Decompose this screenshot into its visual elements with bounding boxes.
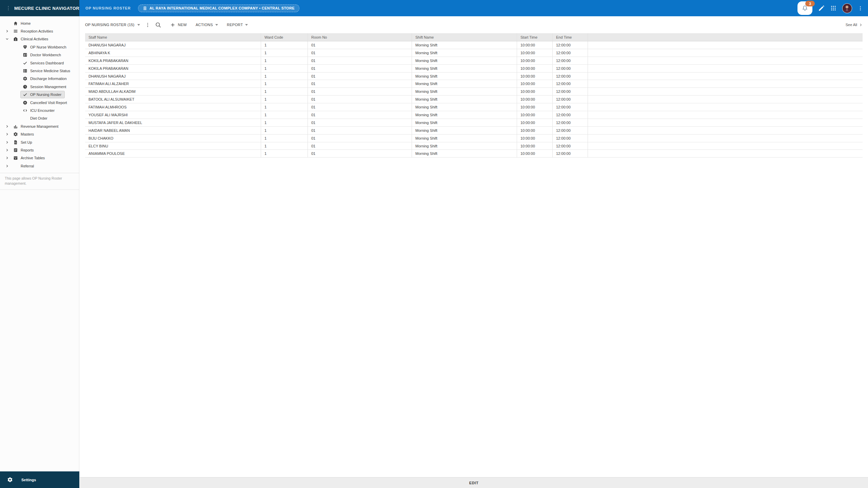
table-row[interactable]: BATOOL ALI ALSUWAIKET 1 01 Morning Shift… [85, 96, 863, 103]
cell-staff-name: MUSTAFA JAFER AL DAKHEEL [85, 119, 261, 126]
table-row[interactable]: ABHINAYA K 1 01 Morning Shift 10:00:00 1… [85, 49, 863, 57]
cell-filler [588, 41, 863, 49]
cell-room-no: 01 [308, 135, 412, 142]
cell-room-no: 01 [308, 142, 412, 150]
cell-ward-code: 1 [261, 135, 308, 142]
sidebar-item-reception-activities[interactable]: Reception Activities [0, 27, 79, 35]
column-header-room-no: Room No [308, 33, 412, 41]
hamburger-menu-icon[interactable] [8, 6, 8, 10]
cell-staff-name: ABHINAYA K [85, 49, 261, 57]
organization-selector[interactable]: AL RAYA INTERNATIONAL MEDICAL COMPLEX CO… [138, 4, 299, 12]
sidebar-item-op-nursing-roster[interactable]: OP Nursing Roster [0, 91, 79, 99]
cell-staff-name: BATOOL ALI ALSUWAIKET [85, 96, 261, 103]
table-row[interactable]: MIAD ABDULLAH ALKADIM 1 01 Morning Shift… [85, 88, 863, 96]
cell-ward-code: 1 [261, 41, 308, 49]
more-options-kebab-icon[interactable] [858, 6, 863, 11]
edit-pencil-icon[interactable] [818, 5, 825, 12]
sidebar-item-referral[interactable]: Referral [0, 162, 79, 170]
cell-ward-code: 1 [261, 119, 308, 126]
table-row[interactable]: KOKILA PRABAKARAN 1 01 Morning Shift 10:… [85, 65, 863, 73]
sidebar-item-session-management[interactable]: Session Management [0, 83, 79, 90]
cell-room-no: 01 [308, 150, 412, 157]
chevron-right-icon [5, 125, 11, 128]
cell-end-time: 12:00:00 [553, 65, 588, 72]
sidebar-item-doctor-workbench[interactable]: Doctor Workbench [0, 51, 79, 59]
table-row[interactable]: DHANUSH NAGARAJ 1 01 Morning Shift 10:00… [85, 41, 863, 49]
cell-staff-name: MIAD ABDULLAH ALKADIM [85, 88, 261, 95]
table-row[interactable]: BIJU CHAKKO 1 01 Morning Shift 10:00:00 … [85, 135, 863, 142]
cell-shift-name: Morning Shift [412, 57, 517, 64]
actions-button[interactable]: ACTIONS [196, 23, 218, 27]
sidebar-item-services-dashboard[interactable]: Services Dashboard [0, 59, 79, 67]
doctor-icon [23, 53, 27, 57]
table-row[interactable]: DHANUSH NAGARAJ 1 01 Morning Shift 10:00… [85, 73, 863, 80]
cell-start-time: 10:00:00 [517, 127, 553, 134]
report-button-label: REPORT [227, 23, 243, 27]
table-row[interactable]: MUSTAFA JAFER AL DAKHEEL 1 01 Morning Sh… [85, 119, 863, 127]
chevron-right-icon [859, 23, 863, 27]
sidebar-nav: Home Reception Activities Clinical Activ… [0, 16, 79, 170]
top-header: MECURE CLINIC NAVIGATOR OP NURSING ROSTE… [0, 0, 868, 16]
notifications-button[interactable]: 3 [797, 1, 812, 15]
cell-staff-name: ANIAMMA POULOSE [85, 150, 261, 157]
sidebar-item-home[interactable]: Home [0, 19, 79, 27]
new-button[interactable]: NEW [170, 22, 187, 27]
cell-shift-name: Morning Shift [412, 111, 517, 119]
sidebar-item-archive-tables[interactable]: Archive Tables [0, 154, 79, 162]
chevron-right-icon [5, 156, 11, 160]
view-selector-dropdown[interactable]: OP NURSING ROSTER (15) [85, 23, 140, 27]
sidebar-item-diet-order[interactable]: Diet Order [0, 115, 79, 122]
grid-table-icon [23, 68, 27, 73]
sidebar-item-revenue-management[interactable]: Revenue Management [0, 122, 79, 130]
content-footer: EDIT [80, 477, 868, 488]
cell-end-time: 12:00:00 [553, 41, 588, 49]
table-row[interactable]: FATIMAH ALMHROOS 1 01 Morning Shift 10:0… [85, 103, 863, 111]
sidebar-item-cancelled-visit-report[interactable]: Cancelled Visit Report [0, 99, 79, 106]
cell-filler [588, 96, 863, 103]
settings-button[interactable]: Settings [0, 471, 79, 488]
cell-shift-name: Morning Shift [412, 41, 517, 49]
cell-staff-name: HAIDAR NABEEL AMAN [85, 127, 261, 134]
cell-start-time: 10:00:00 [517, 88, 553, 95]
notification-badge: 3 [805, 1, 815, 6]
cell-staff-name: KOKILA PRABAKARAN [85, 65, 261, 72]
user-avatar[interactable] [842, 3, 852, 13]
plus-icon [170, 22, 175, 27]
sidebar: Home Reception Activities Clinical Activ… [0, 16, 79, 488]
report-button[interactable]: REPORT [227, 23, 248, 27]
see-all-link[interactable]: See All [846, 23, 863, 27]
toolbar: OP NURSING ROSTER (15) NEW ACTIONS REPOR… [80, 16, 868, 33]
sidebar-item-masters[interactable]: Masters [0, 130, 79, 138]
chevron-down-icon [137, 24, 140, 26]
cell-room-no: 01 [308, 88, 412, 95]
table-row[interactable]: KOKILA PRABAKARAN 1 01 Morning Shift 10:… [85, 57, 863, 65]
sidebar-item-clinical-activities[interactable]: Clinical Activities [0, 35, 79, 43]
cell-room-no: 01 [308, 127, 412, 134]
table-row[interactable]: ANIAMMA POULOSE 1 01 Morning Shift 10:00… [85, 150, 863, 158]
cell-start-time: 10:00:00 [517, 49, 553, 57]
table-body: DHANUSH NAGARAJ 1 01 Morning Shift 10:00… [85, 41, 863, 158]
column-header-ward-code: Ward Code [261, 33, 308, 41]
cell-room-no: 01 [308, 80, 412, 87]
cell-room-no: 01 [308, 96, 412, 103]
cell-start-time: 10:00:00 [517, 41, 553, 49]
table-row[interactable]: FATIMAH ALI ALZAHER 1 01 Morning Shift 1… [85, 80, 863, 88]
sidebar-item-reports[interactable]: Reports [0, 146, 79, 154]
list-options-kebab-icon[interactable] [145, 22, 150, 27]
edit-button[interactable]: EDIT [469, 481, 478, 485]
table-row[interactable]: HAIDAR NABEEL AMAN 1 01 Morning Shift 10… [85, 127, 863, 135]
chevron-right-icon [5, 164, 11, 168]
sidebar-item-icu-encounter[interactable]: ICU Encounter [0, 106, 79, 114]
table-row[interactable]: ELCY BINU 1 01 Morning Shift 10:00:00 12… [85, 142, 863, 150]
sidebar-item-discharge-information[interactable]: Discharge Information [0, 75, 79, 83]
sidebar-item-set-up[interactable]: Set Up [0, 138, 79, 146]
cell-end-time: 12:00:00 [553, 111, 588, 119]
cell-ward-code: 1 [261, 142, 308, 150]
search-icon[interactable] [155, 22, 161, 28]
sidebar-item-service-medicine-status[interactable]: Service Medicine Status [0, 67, 79, 75]
sidebar-item-op-nurse-workbench[interactable]: OP Nurse Workbench [0, 43, 79, 51]
clinical-icon [13, 37, 18, 41]
table-row[interactable]: YOUSEF ALI MAJRSHI 1 01 Morning Shift 10… [85, 111, 863, 119]
cell-staff-name: DHANUSH NAGARAJ [85, 41, 261, 49]
apps-grid-icon[interactable] [830, 5, 836, 11]
